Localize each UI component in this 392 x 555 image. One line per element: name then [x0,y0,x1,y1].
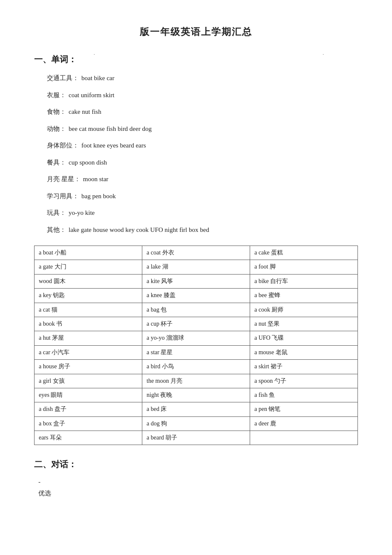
vocab-table: a boat 小船a coat 外衣a cake 蛋糕a gate 大门a la… [34,246,358,445]
category-words: boat bike car [81,75,114,81]
table-cell: a bee 蜜蜂 [250,289,358,303]
category-label: 学习用具： [47,193,79,199]
table-cell: a bag 包 [142,303,250,317]
table-cell: a cake 蛋糕 [250,246,358,260]
vocab-item: 衣服：coat uniform skirt [47,90,358,101]
category-label: 身体部位： [47,142,79,149]
table-cell: a coat 外衣 [142,246,250,260]
table-cell: a dog 狗 [142,416,250,431]
category-label: 月亮 星星： [47,176,81,182]
vocab-item: 学习用具：bag pen book [47,191,358,202]
table-cell: a mouse 老鼠 [250,345,358,359]
table-cell [250,431,358,445]
table-cell: wood 圆木 [35,274,142,288]
table-row: a house 房子a bird 小鸟a skirt 裙子 [35,360,358,374]
table-row: a boat 小船a coat 外衣a cake 蛋糕 [35,246,358,260]
table-cell: a pen 钢笔 [250,402,358,416]
vocab-item: 动物：bee cat mouse fish bird deer dog [47,124,358,135]
section1-heading: 一、单词： [34,54,358,65]
table-cell: a bike 自行车 [250,274,358,288]
table-cell: ears 耳朵 [35,431,142,445]
table-row: a gate 大门a lake 湖a foot 脚 [35,260,358,274]
category-words: lake gate house wood key cook UFO night … [69,226,209,233]
table-cell: a house 房子 [35,360,142,374]
table-cell: night 夜晚 [142,388,250,402]
category-label: 其他： [47,226,66,233]
table-row: a box 盒子a dog 狗a deer 鹿 [35,416,358,431]
table-cell: a key 钥匙 [35,289,142,303]
vocab-item: 其他：lake gate house wood key cook UFO nig… [47,225,358,236]
section2-line2: 优选 [38,488,358,499]
table-cell: a yo-yo 溜溜球 [142,331,250,345]
table-cell: a lake 湖 [142,260,250,274]
category-words: bee cat mouse fish bird deer dog [69,125,152,132]
category-words: cup spoon dish [69,159,107,166]
vocab-table-section: a boat 小船a coat 外衣a cake 蛋糕a gate 大门a la… [34,246,358,445]
table-row: eyes 眼睛night 夜晚a fish 鱼 [35,388,358,402]
table-row: ears 耳朵a beard 胡子 [35,431,358,445]
page-title: 版一年级英语上学期汇总 [34,26,358,38]
table-row: a key 钥匙a knee 膝盖a bee 蜜蜂 [35,289,358,303]
table-row: a dish 盘子a bed 床a pen 钢笔 [35,402,358,416]
table-cell: a car 小汽车 [35,345,142,359]
vocab-item: 食物：cake nut fish [47,107,358,118]
table-row: wood 圆木a kite 风筝a bike 自行车 [35,274,358,288]
category-words: yo-yo kite [69,209,95,216]
table-cell: a dish 盘子 [35,402,142,416]
table-row: a hut 茅屋a yo-yo 溜溜球a UFO 飞碟 [35,331,358,345]
vocab-item: 月亮 星星：moon star [47,174,358,185]
category-label: 衣服： [47,92,66,98]
category-words: foot knee eyes beard ears [81,142,146,149]
table-cell: the moon 月亮 [142,374,250,388]
table-cell: a hut 茅屋 [35,331,142,345]
table-cell: a girl 女孩 [35,374,142,388]
table-cell: a bird 小鸟 [142,360,250,374]
table-cell: a UFO 飞碟 [250,331,358,345]
section2-heading: 二、对话： [34,459,358,470]
table-row: a car 小汽车a star 星星a mouse 老鼠 [35,345,358,359]
vocab-item: 玩具：yo-yo kite [47,208,358,219]
table-cell: a gate 大门 [35,260,142,274]
section2: 二、对话： - 优选 [34,459,358,499]
table-cell: a cup 杯子 [142,317,250,331]
table-row: a girl 女孩the moon 月亮a spoon 勺子 [35,374,358,388]
table-cell: a book 书 [35,317,142,331]
vocab-item: 身体部位：foot knee eyes beard ears [47,140,358,151]
table-cell: a kite 风筝 [142,274,250,288]
category-label: 交通工具： [47,75,79,81]
table-cell: a star 星星 [142,345,250,359]
table-cell: a nut 坚果 [250,317,358,331]
vocab-item: 餐具：cup spoon dish [47,157,358,168]
table-cell: a foot 脚 [250,260,358,274]
table-cell: a bed 床 [142,402,250,416]
vocab-item: 交通工具：boat bike car [47,73,358,84]
section2-line1: - [38,476,358,488]
table-cell: a box 盒子 [35,416,142,431]
table-cell: a skirt 裙子 [250,360,358,374]
table-cell: a fish 鱼 [250,388,358,402]
table-row: a cat 猫a bag 包a cook 厨师 [35,303,358,317]
category-label: 玩具： [47,209,66,216]
table-cell: a boat 小船 [35,246,142,260]
dot-right: · [323,52,324,57]
section2-content: - 优选 [38,476,358,499]
table-cell: eyes 眼睛 [35,388,142,402]
table-cell: a beard 胡子 [142,431,250,445]
table-cell: a cook 厨师 [250,303,358,317]
category-label: 食物： [47,108,66,115]
dot-left: · [94,52,95,57]
category-words: moon star [83,176,109,182]
table-cell: a knee 膝盖 [142,289,250,303]
table-cell: a spoon 勺子 [250,374,358,388]
category-words: cake nut fish [69,108,101,115]
category-label: 餐具： [47,159,66,166]
category-words: bag pen book [81,193,116,199]
category-words: coat uniform skirt [69,92,114,98]
table-cell: a deer 鹿 [250,416,358,431]
table-row: a book 书a cup 杯子a nut 坚果 [35,317,358,331]
table-cell: a cat 猫 [35,303,142,317]
category-label: 动物： [47,125,66,132]
vocab-list: 交通工具：boat bike car衣服：coat uniform skirt食… [47,73,358,235]
